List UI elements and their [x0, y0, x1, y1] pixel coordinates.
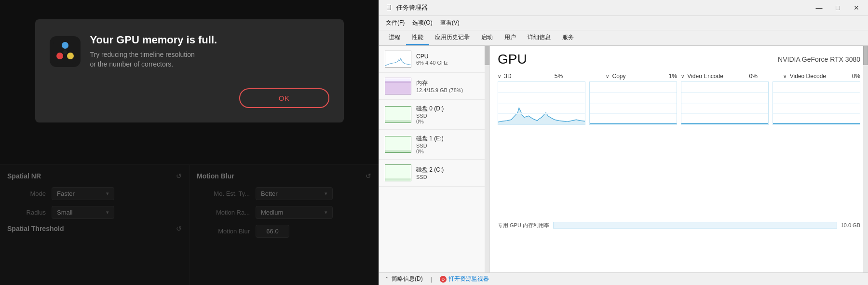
tab-performance[interactable]: 性能 — [406, 30, 429, 45]
dialog-title: Your GPU memory is full. — [90, 34, 217, 46]
taskmanager-menu: 文件(F) 选项(O) 查看(V) — [379, 16, 868, 30]
taskmanager-tabs: 进程 性能 应用历史记录 启动 用户 详细信息 服务 — [379, 30, 868, 46]
tab-services[interactable]: 服务 — [556, 30, 580, 45]
sidebar-scrollbar-thumb — [485, 46, 489, 65]
gpu-encode-label: ∨ Video Encode — [681, 73, 723, 80]
gpu-3d-value: 5% — [555, 73, 563, 80]
vram-value: 10.0 GB — [841, 222, 860, 228]
sidebar-item-disk0[interactable]: 磁盘 0 (D:) SSD 0% — [379, 100, 489, 130]
svg-rect-6 — [385, 120, 411, 123]
taskmanager-sidebar: CPU 6% 4.40 GHz 内存 12.4/15.9 GB (78%) — [379, 46, 490, 272]
sidebar-scrollbar[interactable] — [485, 46, 489, 272]
tab-users[interactable]: 用户 — [499, 30, 522, 45]
disk0-pct: 0% — [416, 119, 444, 124]
vram-bar — [553, 222, 837, 229]
main-scrollbar[interactable] — [863, 46, 868, 272]
gpu-decode-graph — [773, 81, 860, 125]
mem-detail: 12.4/15.9 GB (78%) — [416, 87, 463, 93]
minimize-button[interactable]: — — [813, 3, 826, 13]
taskmanager-icon: 🖥 — [385, 3, 393, 12]
disk0-resource-info: 磁盘 0 (D:) SSD 0% — [416, 105, 444, 124]
taskmanager-gpu-main: GPU NVIDIA GeForce RTX 3080 ∨ 3D 5% ∨ Co… — [490, 46, 868, 272]
collapse-label: 简略信息(D) — [392, 275, 423, 283]
gpu-3d-graph — [498, 81, 585, 125]
gpu-3d-header: ∨ 3D 5% ∨ Copy 1% — [498, 73, 677, 80]
disk1-detail: SSD — [416, 143, 444, 149]
gpu-header: GPU NVIDIA GeForce RTX 3080 — [498, 52, 860, 67]
svg-rect-5 — [385, 81, 411, 95]
gpu-encode-decode-section: ∨ Video Encode 0% ∨ Video Decode 0% — [681, 73, 860, 185]
cpu-name: CPU — [416, 53, 448, 60]
vram-row: 专用 GPU 内存利用率 10.0 GB — [498, 192, 860, 259]
taskmanager-titlebar: 🖥 任务管理器 — □ ✕ — [379, 0, 868, 16]
mem-mini-graph — [385, 78, 411, 95]
gpu-encode-graph — [681, 81, 769, 125]
disk1-mini-graph — [385, 136, 411, 153]
gpu-memory-dialog: Your GPU memory is full. Try reducing th… — [35, 19, 344, 122]
gpu-model: NVIDIA GeForce RTX 3080 — [778, 55, 860, 63]
collapse-button[interactable]: ⌃ 简略信息(D) — [385, 275, 423, 283]
dialog-title-area: Your GPU memory is full. Try reducing th… — [90, 34, 217, 69]
tab-app-history[interactable]: 应用历史记录 — [429, 30, 475, 45]
disk2-resource-info: 磁盘 2 (C:) SSD — [416, 166, 444, 180]
gpu-3d-section: ∨ 3D 5% ∨ Copy 1% — [498, 73, 677, 185]
dialog-footer: OK — [50, 88, 329, 108]
disk2-detail: SSD — [416, 174, 444, 180]
disk2-mini-graph — [385, 164, 411, 181]
menu-view[interactable]: 查看(V) — [437, 17, 462, 28]
chevron-up-icon: ⌃ — [385, 276, 389, 282]
gpu-decode-label: ∨ Video Decode — [783, 73, 826, 80]
taskmanager-body: CPU 6% 4.40 GHz 内存 12.4/15.9 GB (78%) — [379, 46, 868, 272]
mem-resource-info: 内存 12.4/15.9 GB (78%) — [416, 79, 463, 93]
gpu-copy-value: 1% — [669, 73, 677, 80]
menu-options[interactable]: 选项(O) — [409, 17, 435, 28]
cpu-mini-graph — [385, 51, 411, 68]
taskmanager-window-controls: — □ ✕ — [813, 3, 862, 13]
taskmanager-title-left: 🖥 任务管理器 — [385, 3, 428, 12]
disk1-name: 磁盘 1 (E:) — [416, 135, 444, 143]
svg-point-3 — [67, 53, 74, 59]
tab-process[interactable]: 进程 — [383, 30, 406, 45]
close-button[interactable]: ✕ — [851, 3, 862, 13]
svg-point-4 — [63, 50, 67, 54]
tab-startup[interactable]: 启动 — [475, 30, 499, 45]
sidebar-item-cpu[interactable]: CPU 6% 4.40 GHz — [379, 46, 489, 73]
mem-name: 内存 — [416, 79, 463, 87]
main-scrollbar-thumb — [863, 46, 868, 65]
disk2-name: 磁盘 2 (C:) — [416, 166, 444, 174]
disk0-name: 磁盘 0 (D:) — [416, 105, 444, 113]
dialog-header: Your GPU memory is full. Try reducing th… — [50, 34, 329, 69]
svg-point-2 — [56, 53, 63, 59]
gpu-copy-label: ∨ Copy — [606, 73, 625, 80]
disk0-mini-graph — [385, 106, 411, 123]
tab-details[interactable]: 详细信息 — [522, 30, 556, 45]
taskmanager-bottom-bar: ⌃ 简略信息(D) | ⊘ 打开资源监视器 — [379, 272, 868, 285]
disk0-detail: SSD — [416, 113, 444, 119]
svg-point-1 — [62, 42, 68, 49]
sidebar-item-memory[interactable]: 内存 12.4/15.9 GB (78%) — [379, 73, 489, 100]
cpu-detail: 6% 4.40 GHz — [416, 60, 448, 66]
gpu-metrics-grid: ∨ 3D 5% ∨ Copy 1% — [498, 73, 860, 259]
cpu-resource-info: CPU 6% 4.40 GHz — [416, 53, 448, 66]
open-resource-monitor-label: 打开资源监视器 — [448, 275, 489, 283]
gpu-copy-graph — [589, 81, 677, 125]
taskmanager-title-text: 任务管理器 — [396, 3, 428, 12]
gpu-encode-header: ∨ Video Encode 0% ∨ Video Decode 0% — [681, 73, 860, 80]
menu-file[interactable]: 文件(F) — [383, 17, 407, 28]
svg-marker-12 — [498, 108, 585, 124]
sidebar-item-disk2[interactable]: 磁盘 2 (C:) SSD — [379, 160, 489, 187]
gpu-decode-value: 0% — [852, 73, 860, 80]
gpu-title: GPU — [498, 52, 527, 67]
resource-monitor-icon: ⊘ — [440, 276, 447, 283]
maximize-button[interactable]: □ — [833, 3, 843, 13]
task-manager-panel: 🖥 任务管理器 — □ ✕ 文件(F) 选项(O) 查看(V) 进程 性能 应用… — [379, 0, 868, 285]
vram-label: 专用 GPU 内存利用率 — [498, 222, 549, 229]
left-panel: Spatial NR ↺ Mode Faster ▾ Radius Small … — [0, 0, 379, 285]
open-resource-monitor-button[interactable]: ⊘ 打开资源监视器 — [440, 275, 489, 283]
sidebar-item-disk1[interactable]: 磁盘 1 (E:) SSD 0% — [379, 130, 489, 160]
separator: | — [431, 276, 432, 283]
ok-button[interactable]: OK — [239, 88, 329, 108]
gpu-encode-value: 0% — [749, 73, 757, 80]
svg-rect-8 — [385, 178, 411, 181]
disk1-resource-info: 磁盘 1 (E:) SSD 0% — [416, 135, 444, 154]
